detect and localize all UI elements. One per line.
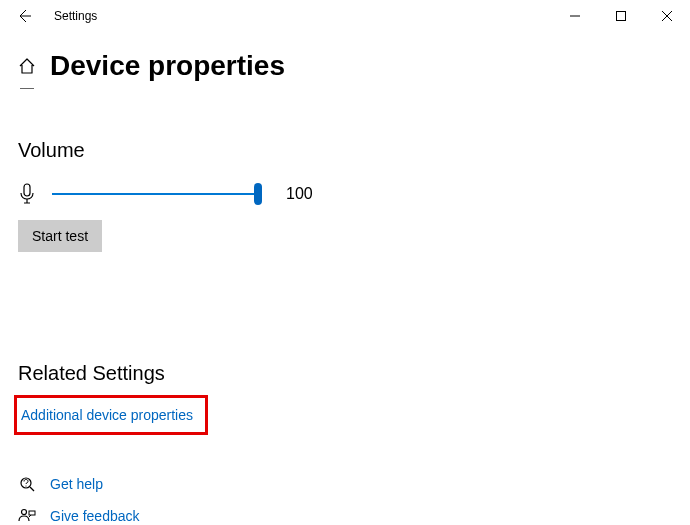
svg-rect-5 <box>29 511 35 515</box>
svg-rect-0 <box>617 12 626 21</box>
maximize-icon <box>616 11 626 21</box>
svg-rect-1 <box>24 184 30 196</box>
titlebar: Settings <box>0 0 690 32</box>
highlight-box: Additional device properties <box>14 395 208 435</box>
volume-section-title: Volume <box>18 139 672 162</box>
close-button[interactable] <box>644 0 690 32</box>
svg-point-4 <box>22 510 27 515</box>
slider-thumb[interactable] <box>254 183 262 205</box>
header-underline <box>20 88 34 89</box>
give-feedback-link[interactable]: Give feedback <box>50 508 140 524</box>
volume-row: 100 <box>18 182 672 206</box>
close-icon <box>662 11 672 21</box>
slider-track <box>52 193 262 195</box>
start-test-button[interactable]: Start test <box>18 220 102 252</box>
additional-device-properties-link[interactable]: Additional device properties <box>17 407 193 423</box>
volume-section: Volume 100 Start test <box>18 139 672 252</box>
back-button[interactable] <box>14 6 34 26</box>
feedback-icon <box>18 507 36 525</box>
window-controls <box>552 0 690 32</box>
content: Device properties Volume 100 Start test … <box>0 32 690 525</box>
related-settings-section: Related Settings Additional device prope… <box>18 362 672 435</box>
minimize-icon <box>570 11 580 21</box>
volume-slider[interactable] <box>52 183 262 205</box>
home-icon[interactable] <box>18 57 36 75</box>
maximize-button[interactable] <box>598 0 644 32</box>
page-header: Device properties <box>18 50 672 82</box>
get-help-link[interactable]: Get help <box>50 476 103 492</box>
titlebar-left: Settings <box>14 6 97 26</box>
give-feedback-row: Give feedback <box>18 507 672 525</box>
app-title: Settings <box>54 9 97 23</box>
related-settings-title: Related Settings <box>18 362 672 385</box>
svg-point-3 <box>25 485 26 486</box>
volume-value: 100 <box>286 185 313 203</box>
minimize-button[interactable] <box>552 0 598 32</box>
page-title: Device properties <box>50 50 285 82</box>
help-section: Get help Give feedback <box>18 475 672 525</box>
back-icon <box>16 8 32 24</box>
help-icon <box>18 475 36 493</box>
microphone-icon <box>18 182 36 206</box>
get-help-row: Get help <box>18 475 672 493</box>
